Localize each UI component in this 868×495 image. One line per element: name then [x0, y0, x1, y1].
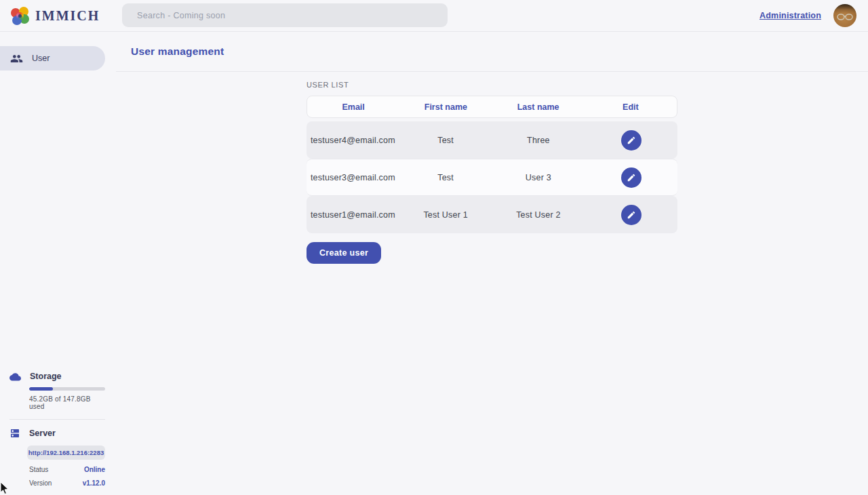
server-title: Server [29, 429, 56, 438]
user-avatar[interactable] [833, 4, 856, 27]
user-table-header: Email First name Last name Edit [307, 96, 677, 118]
create-user-button[interactable]: Create user [307, 242, 381, 264]
storage-title: Storage [30, 372, 62, 381]
column-header-email: Email [307, 102, 399, 112]
edit-user-button[interactable] [621, 167, 642, 188]
server-rack-icon [9, 428, 20, 439]
page-title: User management [131, 45, 224, 58]
sidebar-item-label: User [32, 54, 50, 63]
column-header-edit: Edit [585, 102, 677, 112]
server-version-label: Version [29, 479, 52, 487]
admin-sidebar: User Storage 45.2GB of 147.8GB used Serv… [0, 32, 116, 495]
cloud-icon [9, 372, 21, 381]
people-icon [10, 52, 23, 65]
brand-name: IMMICH [35, 8, 100, 24]
top-bar: IMMICH Administration [0, 0, 868, 32]
edit-user-button[interactable] [621, 130, 642, 151]
column-header-last-name: Last name [492, 102, 585, 112]
server-status-value: Online [84, 466, 105, 473]
cell-first-name: Test User 1 [399, 210, 492, 220]
search-bar [122, 3, 448, 27]
table-row: testuser3@email.com Test User 3 [307, 159, 677, 196]
edit-user-button[interactable] [621, 205, 642, 225]
cell-email: testuser3@email.com [307, 173, 399, 182]
sidebar-item-user[interactable]: User [0, 46, 105, 71]
cell-last-name: User 3 [492, 173, 585, 182]
cell-last-name: Test User 2 [492, 210, 585, 220]
server-url-badge: http://192.168.1.216:2283 [27, 446, 105, 460]
main-panel: User management USER LIST Email First na… [116, 32, 868, 495]
immich-flower-icon [11, 7, 29, 25]
column-header-first-name: First name [399, 102, 492, 112]
page-header: User management [116, 32, 868, 72]
storage-progress-fill [29, 387, 53, 391]
pencil-icon [627, 210, 636, 220]
pencil-icon [627, 136, 636, 145]
immich-logo[interactable]: IMMICH [11, 7, 100, 25]
sidebar-footer: Storage 45.2GB of 147.8GB used Server ht… [0, 372, 116, 487]
storage-usage-text: 45.2GB of 147.8GB used [29, 395, 105, 410]
cell-first-name: Test [399, 136, 492, 145]
server-status-label: Status [29, 466, 48, 473]
search-input[interactable] [122, 3, 448, 27]
cell-email: testuser4@email.com [307, 136, 399, 145]
glasses-decoration-icon [836, 13, 854, 21]
cell-last-name: Three [492, 136, 585, 145]
cell-email: testuser1@email.com [307, 210, 399, 220]
table-row: testuser4@email.com Test Three [307, 121, 677, 159]
cell-first-name: Test [399, 173, 492, 182]
administration-link[interactable]: Administration [760, 11, 821, 20]
server-version-value: v1.12.0 [83, 479, 105, 487]
storage-progress-bar [29, 387, 105, 391]
pencil-icon [627, 173, 636, 182]
sidebar-divider [9, 419, 105, 420]
server-url: http://192.168.1.216:2283 [28, 449, 104, 456]
table-row: testuser1@email.com Test User 1 Test Use… [307, 196, 677, 233]
user-list-label: USER LIST [307, 81, 677, 89]
